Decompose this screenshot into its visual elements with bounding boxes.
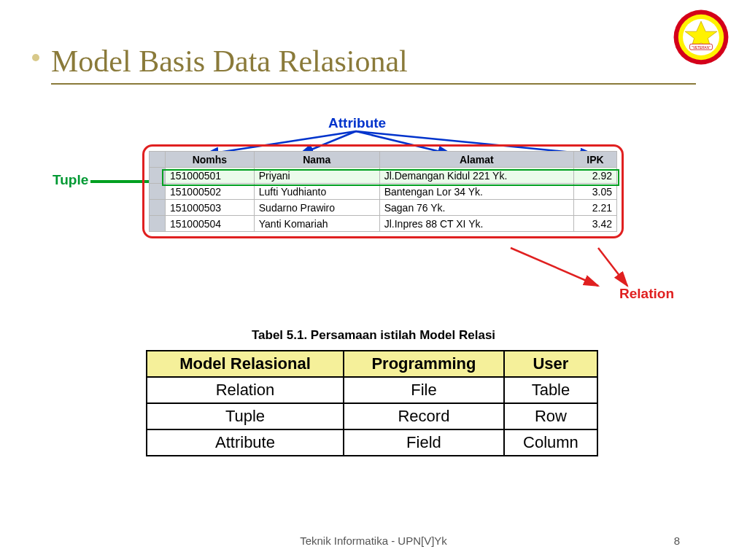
- cmp-cell: Record: [344, 403, 504, 429]
- page-number: 8: [674, 534, 680, 547]
- cell: Jl.Demangan Kidul 221 Yk.: [379, 168, 573, 184]
- table-caption: Tabel 5.1. Persamaan istilah Model Relas…: [0, 328, 747, 343]
- table-row: 151000501 Priyani Jl.Demangan Kidul 221 …: [150, 168, 617, 184]
- row-selector: [150, 168, 166, 184]
- cell: Sudarno Prawiro: [254, 200, 379, 216]
- cmp-header-row: Model Relasional Programming User: [147, 351, 597, 377]
- table-row: 151000504 Yanti Komariah Jl.Inpres 88 CT…: [150, 216, 617, 232]
- comparison-table: Model Relasional Programming User Relati…: [146, 350, 598, 456]
- cell: Lufti Yudhianto: [254, 184, 379, 200]
- row-selector: [150, 200, 166, 216]
- cell: 3.42: [573, 216, 616, 232]
- col-ipk: IPK: [573, 152, 616, 168]
- cell: 151000503: [166, 200, 255, 216]
- cmp-row: Tuple Record Row: [147, 403, 597, 429]
- logo-banner-text: "VETERAN": [692, 46, 711, 50]
- cmp-col-model: Model Relasional: [147, 351, 344, 377]
- title-bullet: [32, 54, 39, 61]
- slide: Model Basis Data Relasional "VETERAN" At…: [0, 0, 747, 560]
- corner-cell: [150, 152, 166, 168]
- cell: 2.92: [573, 168, 616, 184]
- relation-box: Nomhs Nama Alamat IPK 151000501 Priyani …: [142, 144, 624, 238]
- col-alamat: Alamat: [379, 152, 573, 168]
- table-row: 151000502 Lufti Yudhianto Bantengan Lor …: [150, 184, 617, 200]
- header-row: Nomhs Nama Alamat IPK: [150, 152, 617, 168]
- cmp-row: Relation File Table: [147, 377, 597, 403]
- cell: 151000501: [166, 168, 255, 184]
- cell: Sagan 76 Yk.: [379, 200, 573, 216]
- cmp-cell: Column: [504, 429, 597, 456]
- cmp-cell: Field: [344, 429, 504, 456]
- annotation-tuple: Tuple: [53, 172, 88, 188]
- cell: Bantengan Lor 34 Yk.: [379, 184, 573, 200]
- cmp-cell: Attribute: [147, 429, 344, 456]
- cmp-row: Attribute Field Column: [147, 429, 597, 456]
- data-table: Nomhs Nama Alamat IPK 151000501 Priyani …: [149, 151, 617, 232]
- cmp-cell: Row: [504, 403, 597, 429]
- title-underline: [51, 83, 696, 85]
- cmp-cell: Relation: [147, 377, 344, 403]
- col-nomhs: Nomhs: [166, 152, 255, 168]
- cell: 2.21: [573, 200, 616, 216]
- cell: Priyani: [254, 168, 379, 184]
- cmp-cell: Table: [504, 377, 597, 403]
- cmp-cell: File: [344, 377, 504, 403]
- annotation-attribute: Attribute: [328, 115, 386, 131]
- cmp-col-user: User: [504, 351, 597, 377]
- page-title: Model Basis Data Relasional: [51, 44, 696, 79]
- cell: Yanti Komariah: [254, 216, 379, 232]
- annotation-relation: Relation: [619, 286, 674, 302]
- table-row: 151000503 Sudarno Prawiro Sagan 76 Yk. 2…: [150, 200, 617, 216]
- footer-text: Teknik Informatika - UPN[V]Yk: [0, 534, 747, 547]
- svg-line-10: [598, 248, 627, 286]
- row-selector: [150, 216, 166, 232]
- row-selector: [150, 184, 166, 200]
- col-nama: Nama: [254, 152, 379, 168]
- upn-logo: "VETERAN": [673, 9, 729, 66]
- cell: Jl.Inpres 88 CT XI Yk.: [379, 216, 573, 232]
- cmp-col-prog: Programming: [344, 351, 504, 377]
- svg-line-9: [511, 248, 598, 286]
- cell: 151000502: [166, 184, 255, 200]
- cell: 3.05: [573, 184, 616, 200]
- cmp-cell: Tuple: [147, 403, 344, 429]
- cell: 151000504: [166, 216, 255, 232]
